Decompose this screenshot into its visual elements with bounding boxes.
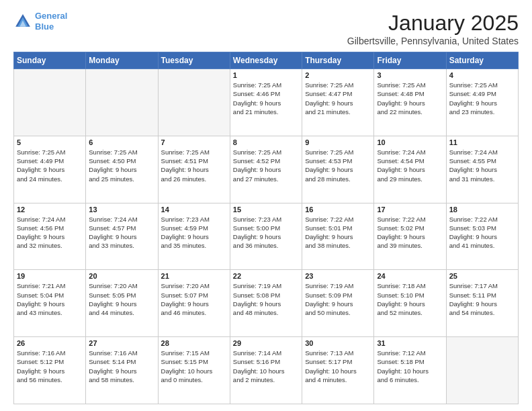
calendar-cell: 12Sunrise: 7:24 AM Sunset: 4:56 PM Dayli…: [14, 203, 86, 270]
logo-text: General Blue: [35, 11, 67, 32]
day-info: Sunrise: 7:25 AM Sunset: 4:48 PM Dayligh…: [377, 81, 443, 116]
logo-line2: Blue: [35, 21, 54, 32]
week-row-2: 12Sunrise: 7:24 AM Sunset: 4:56 PM Dayli…: [14, 203, 519, 270]
calendar-cell: 3Sunrise: 7:25 AM Sunset: 4:48 PM Daylig…: [374, 69, 446, 136]
calendar-body: 1Sunrise: 7:25 AM Sunset: 4:46 PM Daylig…: [14, 69, 519, 404]
day-info: Sunrise: 7:19 AM Sunset: 5:09 PM Dayligh…: [305, 281, 371, 317]
weekday-header-tuesday: Tuesday: [158, 52, 230, 69]
day-info: Sunrise: 7:16 AM Sunset: 5:14 PM Dayligh…: [89, 349, 154, 384]
weekday-header-friday: Friday: [374, 52, 446, 69]
calendar-cell: 19Sunrise: 7:21 AM Sunset: 5:04 PM Dayli…: [14, 270, 86, 337]
calendar-cell: 31Sunrise: 7:12 AM Sunset: 5:18 PM Dayli…: [374, 337, 446, 404]
day-number: 7: [161, 138, 227, 146]
calendar-cell: 16Sunrise: 7:22 AM Sunset: 5:01 PM Dayli…: [302, 203, 374, 270]
day-number: 22: [233, 272, 299, 280]
day-info: Sunrise: 7:17 AM Sunset: 5:11 PM Dayligh…: [449, 281, 515, 317]
calendar-cell: 21Sunrise: 7:20 AM Sunset: 5:07 PM Dayli…: [158, 270, 230, 337]
day-info: Sunrise: 7:24 AM Sunset: 4:57 PM Dayligh…: [89, 215, 154, 250]
day-number: 30: [305, 339, 371, 347]
calendar-cell: 25Sunrise: 7:17 AM Sunset: 5:11 PM Dayli…: [446, 270, 518, 337]
day-info: Sunrise: 7:25 AM Sunset: 4:52 PM Dayligh…: [233, 148, 299, 183]
calendar-cell: 23Sunrise: 7:19 AM Sunset: 5:09 PM Dayli…: [302, 270, 374, 337]
calendar-cell: 22Sunrise: 7:19 AM Sunset: 5:08 PM Dayli…: [230, 270, 302, 337]
day-info: Sunrise: 7:24 AM Sunset: 4:56 PM Dayligh…: [17, 215, 83, 250]
calendar-header: SundayMondayTuesdayWednesdayThursdayFrid…: [14, 52, 519, 69]
day-number: 15: [233, 205, 299, 214]
day-number: 27: [89, 339, 154, 347]
calendar-cell: [14, 69, 86, 136]
weekday-header-wednesday: Wednesday: [230, 52, 302, 69]
day-info: Sunrise: 7:14 AM Sunset: 5:16 PM Dayligh…: [233, 349, 299, 384]
calendar-cell: [446, 337, 518, 404]
location: Gilbertsville, Pennsylvania, United Stat…: [347, 36, 519, 46]
calendar-cell: 30Sunrise: 7:13 AM Sunset: 5:17 PM Dayli…: [302, 337, 374, 404]
day-number: 18: [449, 205, 515, 214]
header: General Blue January 2025 Gilbertsville,…: [13, 11, 519, 46]
day-info: Sunrise: 7:25 AM Sunset: 4:50 PM Dayligh…: [89, 148, 154, 183]
day-info: Sunrise: 7:22 AM Sunset: 5:03 PM Dayligh…: [449, 215, 515, 250]
day-info: Sunrise: 7:25 AM Sunset: 4:47 PM Dayligh…: [305, 81, 371, 116]
calendar-cell: 24Sunrise: 7:18 AM Sunset: 5:10 PM Dayli…: [374, 270, 446, 337]
day-number: 1: [233, 71, 299, 79]
day-info: Sunrise: 7:25 AM Sunset: 4:49 PM Dayligh…: [17, 148, 83, 183]
day-info: Sunrise: 7:20 AM Sunset: 5:07 PM Dayligh…: [161, 281, 227, 317]
calendar-cell: 26Sunrise: 7:16 AM Sunset: 5:12 PM Dayli…: [14, 337, 86, 404]
calendar-cell: 11Sunrise: 7:24 AM Sunset: 4:55 PM Dayli…: [446, 136, 518, 203]
calendar-cell: 13Sunrise: 7:24 AM Sunset: 4:57 PM Dayli…: [86, 203, 158, 270]
logo-icon: [13, 12, 32, 31]
day-number: 2: [305, 71, 371, 79]
week-row-0: 1Sunrise: 7:25 AM Sunset: 4:46 PM Daylig…: [14, 69, 519, 136]
day-number: 29: [233, 339, 299, 347]
day-number: 13: [89, 205, 154, 214]
logo: General Blue: [13, 11, 67, 32]
day-number: 17: [377, 205, 443, 214]
day-number: 21: [161, 272, 227, 280]
day-number: 16: [305, 205, 371, 214]
calendar-cell: 4Sunrise: 7:25 AM Sunset: 4:49 PM Daylig…: [446, 69, 518, 136]
day-number: 4: [449, 71, 515, 79]
weekday-header-sunday: Sunday: [14, 52, 86, 69]
calendar-cell: 28Sunrise: 7:15 AM Sunset: 5:15 PM Dayli…: [158, 337, 230, 404]
calendar-cell: 17Sunrise: 7:22 AM Sunset: 5:02 PM Dayli…: [374, 203, 446, 270]
calendar-cell: [86, 69, 158, 136]
day-number: 31: [377, 339, 443, 347]
weekday-header-monday: Monday: [86, 52, 158, 69]
day-number: 12: [17, 205, 83, 214]
day-info: Sunrise: 7:12 AM Sunset: 5:18 PM Dayligh…: [377, 349, 443, 384]
day-info: Sunrise: 7:22 AM Sunset: 5:02 PM Dayligh…: [377, 215, 443, 250]
day-info: Sunrise: 7:13 AM Sunset: 5:17 PM Dayligh…: [305, 349, 371, 384]
calendar-cell: 6Sunrise: 7:25 AM Sunset: 4:50 PM Daylig…: [86, 136, 158, 203]
title-block: January 2025 Gilbertsville, Pennsylvania…: [347, 11, 519, 46]
day-number: 24: [377, 272, 443, 280]
day-number: 19: [17, 272, 83, 280]
day-info: Sunrise: 7:23 AM Sunset: 4:59 PM Dayligh…: [161, 215, 227, 250]
week-row-1: 5Sunrise: 7:25 AM Sunset: 4:49 PM Daylig…: [14, 136, 519, 203]
calendar-cell: 8Sunrise: 7:25 AM Sunset: 4:52 PM Daylig…: [230, 136, 302, 203]
week-row-4: 26Sunrise: 7:16 AM Sunset: 5:12 PM Dayli…: [14, 337, 519, 404]
calendar-cell: 1Sunrise: 7:25 AM Sunset: 4:46 PM Daylig…: [230, 69, 302, 136]
day-info: Sunrise: 7:25 AM Sunset: 4:49 PM Dayligh…: [449, 81, 515, 116]
weekday-header-thursday: Thursday: [302, 52, 374, 69]
day-info: Sunrise: 7:20 AM Sunset: 5:05 PM Dayligh…: [89, 281, 154, 317]
day-number: 14: [161, 205, 227, 214]
day-info: Sunrise: 7:23 AM Sunset: 5:00 PM Dayligh…: [233, 215, 299, 250]
calendar-cell: 7Sunrise: 7:25 AM Sunset: 4:51 PM Daylig…: [158, 136, 230, 203]
week-row-3: 19Sunrise: 7:21 AM Sunset: 5:04 PM Dayli…: [14, 270, 519, 337]
day-number: 5: [17, 138, 83, 146]
day-info: Sunrise: 7:25 AM Sunset: 4:46 PM Dayligh…: [233, 81, 299, 116]
calendar-cell: 27Sunrise: 7:16 AM Sunset: 5:14 PM Dayli…: [86, 337, 158, 404]
day-info: Sunrise: 7:16 AM Sunset: 5:12 PM Dayligh…: [17, 349, 83, 384]
day-number: 8: [233, 138, 299, 146]
day-number: 6: [89, 138, 154, 146]
month-title: January 2025: [347, 11, 519, 36]
day-number: 11: [449, 138, 515, 146]
calendar-cell: 9Sunrise: 7:25 AM Sunset: 4:53 PM Daylig…: [302, 136, 374, 203]
day-info: Sunrise: 7:15 AM Sunset: 5:15 PM Dayligh…: [161, 349, 227, 384]
day-number: 20: [89, 272, 154, 280]
day-info: Sunrise: 7:25 AM Sunset: 4:51 PM Dayligh…: [161, 148, 227, 183]
day-number: 28: [161, 339, 227, 347]
day-info: Sunrise: 7:24 AM Sunset: 4:54 PM Dayligh…: [377, 148, 443, 183]
day-number: 10: [377, 138, 443, 146]
calendar-cell: 14Sunrise: 7:23 AM Sunset: 4:59 PM Dayli…: [158, 203, 230, 270]
calendar-table: SundayMondayTuesdayWednesdayThursdayFrid…: [13, 52, 519, 404]
